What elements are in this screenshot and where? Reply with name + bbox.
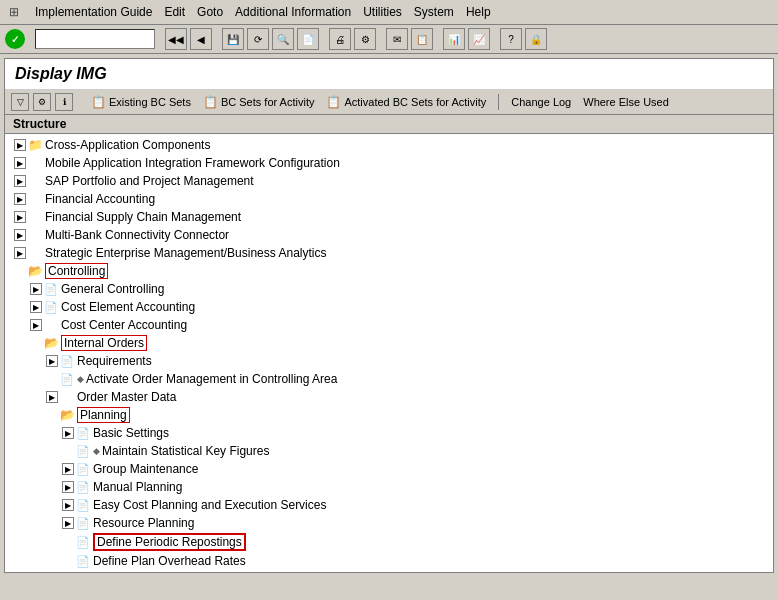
menu-additional-info[interactable]: Additional Information — [235, 5, 351, 19]
expand-manual-plan[interactable]: ▶ — [62, 481, 74, 493]
cost-center-label: Cost Center Accounting — [61, 318, 187, 332]
tree-row-general-ctrl[interactable]: ▶ 📄 General Controlling — [5, 280, 773, 298]
tree: ▶ 📁 Cross-Application Components ▶ Mobil… — [5, 134, 773, 572]
tree-row-strategic[interactable]: ▶ Strategic Enterprise Management/Busine… — [5, 244, 773, 262]
help-btn[interactable]: ? — [500, 28, 522, 50]
expand-general-ctrl[interactable]: ▶ — [30, 283, 42, 295]
tree-row-sap-portfolio[interactable]: ▶ SAP Portfolio and Project Management — [5, 172, 773, 190]
change-log-btn[interactable]: Change Log — [507, 95, 575, 109]
mobile-app-label: Mobile Application Integration Framework… — [45, 156, 340, 170]
tree-row-financial-acc[interactable]: ▶ Financial Accounting — [5, 190, 773, 208]
btn6[interactable]: 📊 — [443, 28, 465, 50]
manual-plan-label: Manual Planning — [93, 480, 182, 494]
menu-implementation-guide[interactable]: Implementation Guide — [35, 5, 152, 19]
resource-plan-label: Resource Planning — [93, 516, 194, 530]
settings-btn[interactable]: ⚙ — [33, 93, 51, 111]
btn5[interactable]: 📋 — [411, 28, 433, 50]
tree-row-planning[interactable]: 📂 Planning — [5, 406, 773, 424]
tree-row-easy-cost[interactable]: ▶ 📄 Easy Cost Planning and Execution Ser… — [5, 496, 773, 514]
menu-goto[interactable]: Goto — [197, 5, 223, 19]
bc-sets-activity-btn[interactable]: 📋 BC Sets for Activity — [199, 94, 319, 110]
tree-row-requirements[interactable]: ▶ 📄 Requirements — [5, 352, 773, 370]
tree-row-cross-app[interactable]: ▶ 📁 Cross-Application Components — [5, 136, 773, 154]
structure-area: Structure ▶ 📁 Cross-Application Componen… — [5, 115, 773, 572]
expand-order-master[interactable]: ▶ — [46, 391, 58, 403]
menu-utilities[interactable]: Utilities — [363, 5, 402, 19]
menu-bar: ⊞ Implementation Guide Edit Goto Additio… — [0, 0, 778, 25]
doc-icon4: 📄 — [59, 371, 75, 387]
requirements-label: Requirements — [77, 354, 152, 368]
status-ok-btn[interactable]: ✓ — [5, 29, 25, 49]
tree-row-mobile-app[interactable]: ▶ Mobile Application Integration Framewo… — [5, 154, 773, 172]
existing-bc-sets-btn[interactable]: 📋 Existing BC Sets — [87, 94, 195, 110]
activated-bc-sets-btn[interactable]: 📋 Activated BC Sets for Activity — [322, 94, 490, 110]
cross-app-label: Cross-Application Components — [45, 138, 210, 152]
menu-system[interactable]: System — [414, 5, 454, 19]
financial-acc-label: Financial Accounting — [45, 192, 155, 206]
order-master-label: Order Master Data — [77, 390, 176, 404]
nav-back-btn[interactable]: ◀ — [190, 28, 212, 50]
print-btn[interactable]: 🖨 — [329, 28, 351, 50]
btn1[interactable]: 🔍 — [272, 28, 294, 50]
tree-row-order-master[interactable]: ▶ Order Master Data — [5, 388, 773, 406]
spacer-icon8 — [59, 389, 75, 405]
easy-cost-label: Easy Cost Planning and Execution Service… — [93, 498, 326, 512]
tree-row-basic-settings[interactable]: ▶ 📄 Basic Settings — [5, 424, 773, 442]
strategic-label: Strategic Enterprise Management/Business… — [45, 246, 326, 260]
tree-row-multi-bank[interactable]: ▶ Multi-Bank Connectivity Connector — [5, 226, 773, 244]
tree-row-controlling[interactable]: 📂 Controlling — [5, 262, 773, 280]
tree-row-define-plan-overhead[interactable]: 📄 Define Plan Overhead Rates — [5, 552, 773, 570]
expand-resource-plan[interactable]: ▶ — [62, 517, 74, 529]
btn8[interactable]: 🔒 — [525, 28, 547, 50]
img-header: Display IMG — [5, 59, 773, 90]
expand-mobile-app[interactable]: ▶ — [14, 157, 26, 169]
btn7[interactable]: 📈 — [468, 28, 490, 50]
separator1 — [498, 94, 499, 110]
tree-row-internal-orders[interactable]: 📂 Internal Orders — [5, 334, 773, 352]
save-btn[interactable]: 💾 — [222, 28, 244, 50]
expand-easy-cost[interactable]: ▶ — [62, 499, 74, 511]
btn2[interactable]: 📄 — [297, 28, 319, 50]
expand-financial-acc[interactable]: ▶ — [14, 193, 26, 205]
app-icon: ⊞ — [5, 3, 23, 21]
doc-icon5: 📄 — [75, 425, 91, 441]
define-periodic-label: Define Periodic Repostings — [93, 533, 246, 551]
basic-settings-label: Basic Settings — [93, 426, 169, 440]
tree-row-cost-element[interactable]: ▶ 📄 Cost Element Accounting — [5, 298, 773, 316]
expand-cost-center[interactable]: ▶ — [30, 319, 42, 331]
filter-btn[interactable]: ▽ — [11, 93, 29, 111]
expand-strategic[interactable]: ▶ — [14, 247, 26, 259]
expand-cost-element[interactable]: ▶ — [30, 301, 42, 313]
doc-icon1: 📄 — [43, 281, 59, 297]
refresh-btn[interactable]: ⟳ — [247, 28, 269, 50]
expand-multi-bank[interactable]: ▶ — [14, 229, 26, 241]
doc-icon7: 📄 — [75, 461, 91, 477]
tree-row-manual-plan[interactable]: ▶ 📄 Manual Planning — [5, 478, 773, 496]
menu-edit[interactable]: Edit — [164, 5, 185, 19]
doc-icon3: 📄 — [59, 353, 75, 369]
doc-icon10: 📄 — [75, 515, 91, 531]
tree-row-activate-order[interactable]: 📄 ◆ Activate Order Management in Control… — [5, 370, 773, 388]
expand-requirements[interactable]: ▶ — [46, 355, 58, 367]
where-else-used-btn[interactable]: Where Else Used — [579, 95, 673, 109]
info-btn[interactable]: ℹ — [55, 93, 73, 111]
tree-row-define-periodic[interactable]: 📄 Define Periodic Repostings — [5, 532, 773, 552]
menu-help[interactable]: Help — [466, 5, 491, 19]
expand-financial-supply[interactable]: ▶ — [14, 211, 26, 223]
command-field[interactable] — [35, 29, 155, 49]
tree-row-group-maint[interactable]: ▶ 📄 Group Maintenance — [5, 460, 773, 478]
tree-row-resource-plan[interactable]: ▶ 📄 Resource Planning — [5, 514, 773, 532]
expand-group-maint[interactable]: ▶ — [62, 463, 74, 475]
nav-first-btn[interactable]: ◀◀ — [165, 28, 187, 50]
btn3[interactable]: ⚙ — [354, 28, 376, 50]
tree-row-maintain-stat[interactable]: 📄 ◆ Maintain Statistical Key Figures — [5, 442, 773, 460]
tree-row-financial-supply[interactable]: ▶ Financial Supply Chain Management — [5, 208, 773, 226]
doc-icon12: 📄 — [75, 553, 91, 569]
doc-icon8: 📄 — [75, 479, 91, 495]
expand-cross-app[interactable]: ▶ — [14, 139, 26, 151]
expand-sap-portfolio[interactable]: ▶ — [14, 175, 26, 187]
tree-row-cost-center[interactable]: ▶ Cost Center Accounting — [5, 316, 773, 334]
btn4[interactable]: ✉ — [386, 28, 408, 50]
expand-basic-settings[interactable]: ▶ — [62, 427, 74, 439]
bc-activity-icon: 📋 — [203, 95, 218, 109]
